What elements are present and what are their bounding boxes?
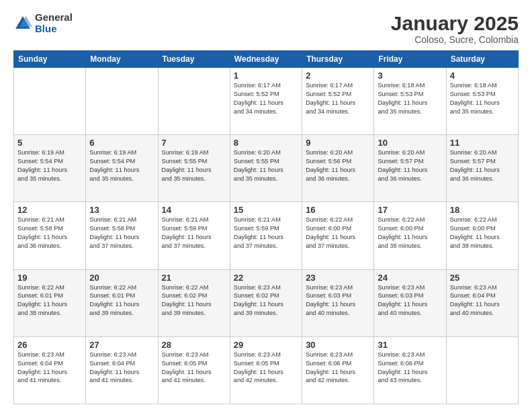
day-number: 22 bbox=[234, 273, 298, 283]
day-number: 6 bbox=[89, 138, 154, 148]
calendar-subtitle: Coloso, Sucre, Colombia bbox=[391, 34, 519, 45]
day-number: 2 bbox=[306, 71, 370, 81]
day-info: Sunrise: 6:23 AM Sunset: 6:03 PM Dayligh… bbox=[306, 283, 370, 318]
day-number: 24 bbox=[378, 273, 442, 283]
day-info: Sunrise: 6:17 AM Sunset: 5:52 PM Dayligh… bbox=[306, 81, 370, 116]
day-header-thursday: Thursday bbox=[302, 51, 374, 68]
day-info: Sunrise: 6:19 AM Sunset: 5:54 PM Dayligh… bbox=[17, 148, 82, 183]
day-number: 23 bbox=[306, 273, 370, 283]
day-number: 8 bbox=[234, 138, 298, 148]
calendar-cell: 4Sunrise: 6:18 AM Sunset: 5:53 PM Daylig… bbox=[446, 68, 518, 135]
day-info: Sunrise: 6:23 AM Sunset: 6:05 PM Dayligh… bbox=[162, 351, 226, 385]
day-header-sunday: Sunday bbox=[14, 51, 86, 68]
calendar-week-2: 12Sunrise: 6:21 AM Sunset: 5:58 PM Dayli… bbox=[14, 202, 519, 269]
day-number: 18 bbox=[450, 205, 515, 215]
day-info: Sunrise: 6:17 AM Sunset: 5:52 PM Dayligh… bbox=[234, 81, 298, 116]
logo-text: General Blue bbox=[35, 12, 73, 34]
day-number: 20 bbox=[89, 273, 154, 283]
day-info: Sunrise: 6:21 AM Sunset: 5:59 PM Dayligh… bbox=[162, 216, 226, 250]
calendar-cell: 20Sunrise: 6:22 AM Sunset: 6:01 PM Dayli… bbox=[86, 269, 158, 336]
day-info: Sunrise: 6:21 AM Sunset: 5:58 PM Dayligh… bbox=[17, 216, 82, 250]
calendar-week-1: 5Sunrise: 6:19 AM Sunset: 5:54 PM Daylig… bbox=[14, 135, 519, 202]
day-info: Sunrise: 6:23 AM Sunset: 6:06 PM Dayligh… bbox=[378, 351, 442, 385]
day-info: Sunrise: 6:22 AM Sunset: 6:01 PM Dayligh… bbox=[17, 283, 82, 318]
calendar-cell: 21Sunrise: 6:22 AM Sunset: 6:02 PM Dayli… bbox=[158, 269, 230, 336]
calendar-cell: 17Sunrise: 6:22 AM Sunset: 6:00 PM Dayli… bbox=[374, 202, 446, 269]
calendar-cell: 16Sunrise: 6:22 AM Sunset: 6:00 PM Dayli… bbox=[302, 202, 374, 269]
day-header-tuesday: Tuesday bbox=[158, 51, 230, 68]
logo-icon bbox=[13, 14, 32, 33]
day-header-friday: Friday bbox=[374, 51, 446, 68]
calendar-cell: 15Sunrise: 6:21 AM Sunset: 5:59 PM Dayli… bbox=[230, 202, 302, 269]
calendar-cell bbox=[86, 68, 158, 135]
calendar-cell: 1Sunrise: 6:17 AM Sunset: 5:52 PM Daylig… bbox=[230, 68, 302, 135]
day-number: 14 bbox=[162, 205, 226, 215]
day-number: 21 bbox=[162, 273, 226, 283]
day-number: 29 bbox=[234, 340, 298, 350]
calendar-cell: 14Sunrise: 6:21 AM Sunset: 5:59 PM Dayli… bbox=[158, 202, 230, 269]
logo: General Blue bbox=[13, 12, 73, 34]
day-info: Sunrise: 6:22 AM Sunset: 6:02 PM Dayligh… bbox=[162, 283, 226, 318]
day-number: 1 bbox=[234, 71, 298, 81]
day-info: Sunrise: 6:19 AM Sunset: 5:55 PM Dayligh… bbox=[162, 148, 226, 183]
day-number: 13 bbox=[89, 205, 154, 215]
day-number: 16 bbox=[306, 205, 370, 215]
header: General Blue January 2025 Coloso, Sucre,… bbox=[13, 12, 519, 45]
day-number: 15 bbox=[234, 205, 298, 215]
calendar-cell: 18Sunrise: 6:22 AM Sunset: 6:00 PM Dayli… bbox=[446, 202, 518, 269]
day-info: Sunrise: 6:18 AM Sunset: 5:53 PM Dayligh… bbox=[450, 81, 515, 116]
calendar-cell: 22Sunrise: 6:23 AM Sunset: 6:02 PM Dayli… bbox=[230, 269, 302, 336]
calendar-cell: 30Sunrise: 6:23 AM Sunset: 6:06 PM Dayli… bbox=[302, 336, 374, 404]
day-info: Sunrise: 6:23 AM Sunset: 6:05 PM Dayligh… bbox=[234, 351, 298, 385]
calendar-cell: 29Sunrise: 6:23 AM Sunset: 6:05 PM Dayli… bbox=[230, 336, 302, 404]
day-info: Sunrise: 6:23 AM Sunset: 6:04 PM Dayligh… bbox=[89, 351, 154, 385]
day-info: Sunrise: 6:21 AM Sunset: 5:59 PM Dayligh… bbox=[234, 216, 298, 250]
day-number: 27 bbox=[89, 340, 154, 350]
calendar-cell bbox=[158, 68, 230, 135]
calendar-cell: 12Sunrise: 6:21 AM Sunset: 5:58 PM Dayli… bbox=[14, 202, 86, 269]
calendar-cell: 27Sunrise: 6:23 AM Sunset: 6:04 PM Dayli… bbox=[86, 336, 158, 404]
logo-blue: Blue bbox=[35, 24, 73, 35]
day-number: 5 bbox=[17, 138, 82, 148]
calendar-cell: 19Sunrise: 6:22 AM Sunset: 6:01 PM Dayli… bbox=[14, 269, 86, 336]
calendar-cell: 2Sunrise: 6:17 AM Sunset: 5:52 PM Daylig… bbox=[302, 68, 374, 135]
day-number: 10 bbox=[378, 138, 442, 148]
calendar-table: SundayMondayTuesdayWednesdayThursdayFrid… bbox=[13, 50, 519, 404]
calendar-cell bbox=[14, 68, 86, 135]
calendar-cell: 23Sunrise: 6:23 AM Sunset: 6:03 PM Dayli… bbox=[302, 269, 374, 336]
day-number: 11 bbox=[450, 138, 515, 148]
day-header-saturday: Saturday bbox=[446, 51, 518, 68]
day-number: 7 bbox=[162, 138, 226, 148]
calendar-cell bbox=[446, 336, 518, 404]
day-number: 31 bbox=[378, 340, 442, 350]
day-number: 19 bbox=[17, 273, 82, 283]
day-number: 30 bbox=[306, 340, 370, 350]
calendar-header-row: SundayMondayTuesdayWednesdayThursdayFrid… bbox=[14, 51, 519, 68]
calendar-title: January 2025 bbox=[391, 12, 519, 34]
calendar-cell: 28Sunrise: 6:23 AM Sunset: 6:05 PM Dayli… bbox=[158, 336, 230, 404]
day-header-wednesday: Wednesday bbox=[230, 51, 302, 68]
calendar-cell: 11Sunrise: 6:20 AM Sunset: 5:57 PM Dayli… bbox=[446, 135, 518, 202]
logo-general: General bbox=[35, 12, 73, 24]
calendar-cell: 31Sunrise: 6:23 AM Sunset: 6:06 PM Dayli… bbox=[374, 336, 446, 404]
calendar-week-3: 19Sunrise: 6:22 AM Sunset: 6:01 PM Dayli… bbox=[14, 269, 519, 336]
calendar-cell: 6Sunrise: 6:19 AM Sunset: 5:54 PM Daylig… bbox=[86, 135, 158, 202]
day-info: Sunrise: 6:21 AM Sunset: 5:58 PM Dayligh… bbox=[89, 216, 154, 250]
calendar-cell: 10Sunrise: 6:20 AM Sunset: 5:57 PM Dayli… bbox=[374, 135, 446, 202]
calendar-cell: 7Sunrise: 6:19 AM Sunset: 5:55 PM Daylig… bbox=[158, 135, 230, 202]
day-number: 25 bbox=[450, 273, 515, 283]
day-number: 9 bbox=[306, 138, 370, 148]
day-info: Sunrise: 6:22 AM Sunset: 6:00 PM Dayligh… bbox=[378, 216, 442, 250]
calendar-cell: 5Sunrise: 6:19 AM Sunset: 5:54 PM Daylig… bbox=[14, 135, 86, 202]
day-info: Sunrise: 6:22 AM Sunset: 6:00 PM Dayligh… bbox=[306, 216, 370, 250]
day-info: Sunrise: 6:23 AM Sunset: 6:04 PM Dayligh… bbox=[17, 351, 82, 385]
day-info: Sunrise: 6:23 AM Sunset: 6:02 PM Dayligh… bbox=[234, 283, 298, 318]
day-info: Sunrise: 6:20 AM Sunset: 5:57 PM Dayligh… bbox=[450, 148, 515, 183]
day-info: Sunrise: 6:23 AM Sunset: 6:03 PM Dayligh… bbox=[378, 283, 442, 318]
day-number: 3 bbox=[378, 71, 442, 81]
calendar-cell: 25Sunrise: 6:23 AM Sunset: 6:04 PM Dayli… bbox=[446, 269, 518, 336]
calendar-week-4: 26Sunrise: 6:23 AM Sunset: 6:04 PM Dayli… bbox=[14, 336, 519, 404]
day-info: Sunrise: 6:20 AM Sunset: 5:56 PM Dayligh… bbox=[306, 148, 370, 183]
day-number: 12 bbox=[17, 205, 82, 215]
day-number: 28 bbox=[162, 340, 226, 350]
